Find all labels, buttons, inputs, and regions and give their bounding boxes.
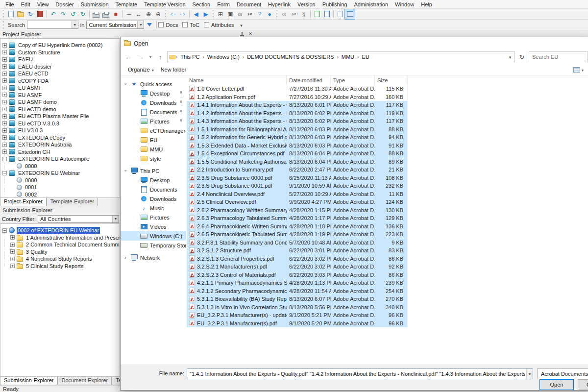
file-row[interactable]: 2.5 Clinical Overview.pdf9/9/2020 4:27 P… [187, 198, 407, 206]
template-library-icon[interactable] [35, 9, 45, 19]
project-tree-item-custom-structure[interactable]: +Custom Structure [0, 49, 120, 56]
file-row[interactable]: 2.6.2 Pharmacology Written Summary.pdf4/… [187, 206, 407, 215]
column-header-name[interactable]: Name [187, 75, 287, 85]
file-type-select[interactable]: Acrobat Documents (*.p [537, 368, 588, 379]
submission-tree-item-5-clinical-study-reports[interactable]: +5 Clinical Study Reports [0, 263, 120, 270]
expand-toggle-icon[interactable]: + [2, 86, 7, 90]
chevron-icon[interactable]: › [123, 82, 128, 86]
expand-toggle-icon[interactable]: + [2, 50, 7, 54]
menu-administration[interactable]: Administration [350, 0, 392, 8]
breadcrumb-item-this-pc[interactable]: This PC [178, 54, 202, 60]
tab-template-explorer[interactable]: Template-Explorer [47, 198, 98, 206]
report-icon[interactable] [335, 9, 345, 19]
zoom-out-icon[interactable]: ⊖ [153, 9, 163, 19]
chevron-icon[interactable]: › [123, 169, 128, 173]
expand-toggle-icon[interactable]: + [2, 143, 7, 147]
expand-toggle-icon[interactable]: + [2, 135, 7, 140]
column-header-type[interactable]: Type [331, 75, 375, 85]
submission-tree-item-1-administrative-information-and-prescribing-in[interactable]: +1 Administrative Information and Prescr… [0, 234, 120, 242]
nav-forward-icon[interactable]: ⇨ [178, 9, 188, 19]
view-mode-icon[interactable] [573, 67, 580, 73]
expand-toggle-icon[interactable]: + [2, 100, 7, 104]
expand-toggle-icon[interactable]: − [2, 171, 7, 175]
dropdown-arrow-icon[interactable] [137, 21, 144, 28]
project-tree-item-eu-v3-0-3[interactable]: +EU V3.0.3 [0, 127, 120, 134]
expand-toggle-icon[interactable]: + [10, 235, 15, 240]
up-button[interactable] [155, 51, 166, 62]
project-tree-item-eaeu-ectd[interactable]: +EAEU eCTD [0, 70, 120, 77]
expand-toggle-icon[interactable]: + [2, 64, 7, 69]
file-row[interactable]: 1.4.1 Information About the Experts - Qu… [187, 101, 407, 109]
project-tree-item-extedorin-australia[interactable]: +EXTEDORIN Australia [0, 141, 120, 148]
sidebar-item-documents[interactable]: Documents [121, 107, 186, 117]
expand-toggle-icon[interactable]: − [2, 157, 7, 161]
remove-hyperlink-icon[interactable]: ✂ [245, 9, 255, 19]
expand-toggle-icon[interactable]: + [10, 264, 15, 268]
nav-back-icon[interactable]: ⇦ [168, 9, 178, 19]
file-row[interactable]: 2.3.S Drug Substance 0000.pdf6/25/2020 1… [187, 174, 407, 182]
tab-document-explorer[interactable]: Document-Explorer [57, 377, 112, 385]
file-row[interactable]: 2.6.3 Pharmacology Tabulated Summary...4… [187, 214, 407, 222]
expand-toggle-icon[interactable]: − [2, 228, 7, 233]
sidebar-item-mmu[interactable]: MMU [121, 145, 186, 154]
project-tree-item-ecopy-fda[interactable]: +eCOPY FDA [0, 77, 120, 85]
file-row[interactable]: 4.2.1.2 Secondary Pharmacodynamics St...… [187, 287, 407, 295]
link-documents-icon[interactable]: ∞ [279, 9, 289, 19]
project-tree-item-copy-of-eu-hyperlink-demo-0002[interactable]: +Copy of EU Hyperlink Demo (0002) [0, 42, 120, 49]
sidebar-item-videos[interactable]: Videos [121, 222, 186, 231]
file-row[interactable]: 1.2 Application Form.pdf7/27/2016 10:29 … [187, 93, 407, 101]
back-button[interactable] [123, 51, 134, 62]
project-tree-item-eu-asmf[interactable]: +EU ASMF [0, 92, 120, 99]
dropdown-arrow-icon[interactable] [112, 216, 119, 222]
undo-icon[interactable]: ↶ [49, 9, 58, 19]
unlink-documents-icon[interactable]: ✂ [289, 9, 299, 19]
toolbar-overflow-icon[interactable] [239, 22, 245, 28]
docs-checkbox[interactable]: Docs [158, 22, 178, 28]
menu-submission[interactable]: Submission [77, 0, 112, 8]
menu-document[interactable]: Document [233, 0, 265, 8]
expand-toggle-icon[interactable]: + [2, 93, 7, 97]
breadcrumb-item-windows-c[interactable]: Windows (C:) [205, 54, 242, 60]
menu-section[interactable]: Section [189, 0, 214, 8]
tile-windows-icon[interactable]: ⊞ [216, 9, 225, 19]
breadcrumb-item-eu[interactable]: EU [359, 54, 371, 60]
tab-submission-explorer[interactable]: Submission-Explorer [0, 377, 57, 385]
menu-form[interactable]: Form [214, 0, 233, 8]
expand-toggle-icon[interactable]: + [2, 114, 7, 119]
forward-button[interactable] [135, 51, 146, 62]
bookmark-icon[interactable]: § [299, 9, 309, 19]
file-row[interactable]: 1.5.1 Information for Bibliographical Ap… [187, 125, 407, 134]
expand-toggle-icon[interactable]: + [10, 249, 15, 254]
project-tree-item-0001[interactable]: 0001 [0, 184, 120, 191]
menu-version[interactable]: Version [294, 0, 319, 8]
menu-view[interactable]: View [34, 0, 52, 8]
search-input[interactable] [27, 21, 78, 29]
sidebar-item-downloads[interactable]: Downloads [121, 194, 186, 203]
menu-file[interactable]: File [2, 0, 18, 8]
menu-dossier[interactable]: Dossier [52, 0, 77, 8]
file-row[interactable]: 3.2.P.8.1 Stability Summary and Conclusi… [187, 239, 407, 247]
expand-toggle-icon[interactable]: + [2, 78, 7, 83]
sidebar-item-ectdmanager-mar[interactable]: eCTDmanager-Mar [121, 126, 186, 135]
sidebar-item-downloads[interactable]: Downloads [121, 98, 186, 107]
refresh-icon[interactable]: ↻ [25, 9, 35, 19]
stop-icon[interactable]: ■ [111, 9, 121, 19]
file-row[interactable]: 2.6.4 Pharmacokinetic Written Summary...… [187, 222, 407, 231]
open-dossier-icon[interactable] [16, 9, 25, 19]
sidebar-item-pictures[interactable]: Pictures [121, 117, 186, 126]
print-dossier-icon[interactable] [101, 9, 111, 19]
menu-template-version[interactable]: Template Version [141, 0, 189, 8]
sidebar-item-temporary-storage[interactable]: Temporary Storage [121, 241, 186, 250]
expand-toggle-icon[interactable]: + [10, 257, 15, 261]
file-row[interactable]: 1.4.2 Information About the Experts - No… [187, 109, 407, 118]
file-row[interactable]: 1.5.5 Conditional Marketing Authorisatio… [187, 158, 407, 166]
tab-template-versi[interactable]: Template Versi [112, 377, 120, 385]
checkbox-icon[interactable] [182, 22, 188, 27]
sidebar-item-documents[interactable]: Documents [121, 185, 186, 194]
check-out-icon[interactable]: ↺ [68, 9, 78, 19]
project-tree-item-0000[interactable]: 0000 [0, 177, 120, 184]
project-tree-item-extedolia-ecopy[interactable]: +EXTEDOLIA eCopy [0, 134, 120, 142]
expand-toggle-icon[interactable]: + [10, 243, 15, 247]
project-tree-item-eu-ectd-demo[interactable]: +EU eCTD demo [0, 106, 120, 113]
file-row[interactable]: 3.2.S.1.2 Structure.pdf6/22/2020 3:01 PM… [187, 246, 407, 255]
